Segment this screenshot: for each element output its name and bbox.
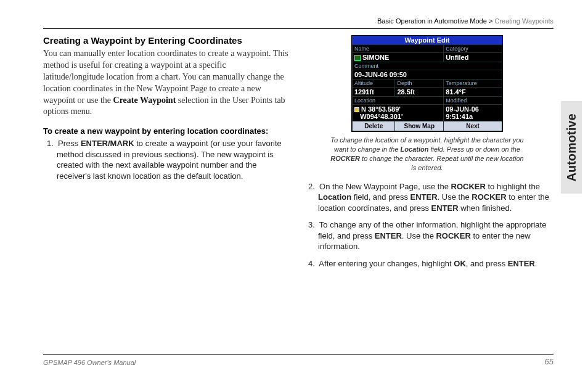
page-footer: GPSMAP 496 Owner's Manual 65 bbox=[43, 357, 553, 366]
device-value-location: N 38°53.589' W094°48.301' bbox=[353, 105, 444, 121]
step-4: 4. After entering your changes, highligh… bbox=[304, 258, 550, 269]
breadcrumb: Basic Operation in Automotive Mode > Cre… bbox=[43, 17, 553, 25]
device-button-next: Next bbox=[444, 121, 502, 131]
rule-top bbox=[43, 28, 553, 29]
intro-paragraph: You can manually enter location coordina… bbox=[43, 48, 288, 118]
device-title: Waypoint Edit bbox=[352, 36, 502, 44]
step-1: 1. Press ENTER/MARK to create a waypoint… bbox=[43, 138, 288, 181]
section-heading: Creating a Waypoint by Entering Coordina… bbox=[43, 35, 288, 46]
footer-manual-title: GPSMAP 496 Owner's Manual bbox=[43, 359, 136, 366]
device-value-depth: 28.5ft bbox=[395, 88, 444, 97]
device-value-category: Unfiled bbox=[444, 53, 502, 62]
device-value-altitude: 1291ft bbox=[353, 88, 395, 97]
device-label-location: Location bbox=[353, 97, 444, 105]
location-pin-icon bbox=[354, 107, 359, 112]
device-screenshot: Waypoint Edit Name Category SIMONE Unfil… bbox=[351, 35, 503, 132]
device-value-temperature: 81.4°F bbox=[444, 88, 502, 97]
step-2: 2. On the New Waypoint Page, use the ROC… bbox=[304, 181, 550, 214]
device-value-modified: 09-JUN-06 9:51:41a bbox=[444, 105, 502, 121]
figure-caption: To change the location of a waypoint, hi… bbox=[329, 136, 526, 172]
procedure-lead: To create a new waypoint by entering loc… bbox=[43, 126, 288, 136]
device-label-modified: Modified bbox=[444, 97, 502, 105]
device-label-name: Name bbox=[353, 45, 444, 53]
device-label-comment: Comment bbox=[353, 62, 502, 70]
step-3: 3. To change any of the other informatio… bbox=[304, 219, 550, 252]
footer-page-number: 65 bbox=[545, 357, 553, 366]
breadcrumb-section: Basic Operation in Automotive Mode bbox=[377, 17, 487, 25]
device-value-comment: 09-JUN-06 09:50 bbox=[353, 70, 502, 80]
breadcrumb-page: Creating Waypoints bbox=[494, 17, 553, 25]
side-tab-automotive: Automotive bbox=[561, 101, 582, 194]
device-label-category: Category bbox=[444, 45, 502, 53]
device-label-depth: Depth bbox=[395, 80, 444, 88]
device-button-showmap: Show Map bbox=[395, 121, 444, 131]
device-label-altitude: Altitude bbox=[353, 80, 395, 88]
waypoint-flag-icon bbox=[354, 55, 361, 61]
device-value-name: SIMONE bbox=[353, 53, 444, 62]
device-label-temperature: Temperature bbox=[444, 80, 502, 88]
device-button-delete: Delete bbox=[353, 121, 395, 131]
rule-bottom bbox=[43, 354, 553, 355]
